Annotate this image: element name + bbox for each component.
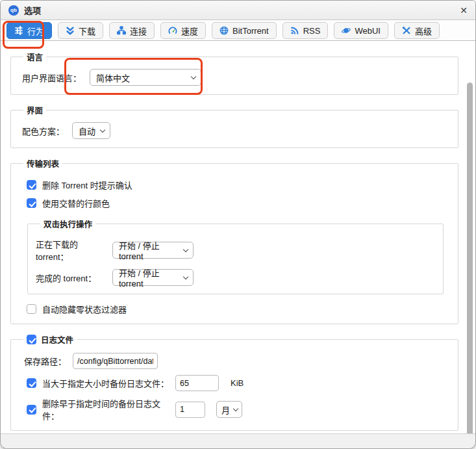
scrollbar-thumb[interactable] bbox=[467, 83, 473, 433]
tab-advanced[interactable]: 高级 bbox=[394, 22, 440, 39]
settings-content: 语言 用户界面语言： 简体中文 界面 配色方案： 自动 传输列表 bbox=[1, 41, 475, 433]
interface-legend: 界面 bbox=[23, 104, 46, 116]
delete-age-input[interactable] bbox=[175, 402, 205, 418]
dialog-title: 选项 bbox=[24, 4, 41, 16]
delete-log-checkbox[interactable] bbox=[27, 405, 36, 415]
backup-size-input[interactable] bbox=[175, 375, 219, 391]
tab-label: 速度 bbox=[181, 25, 198, 37]
chevron-down-icon bbox=[100, 127, 105, 132]
ui-language-select[interactable]: 简体中文 bbox=[90, 69, 201, 86]
double-click-legend: 双击执行操作 bbox=[40, 218, 95, 230]
advanced-tools-icon bbox=[402, 26, 411, 35]
tab-webui[interactable]: WebUI bbox=[334, 22, 388, 39]
transfer-list-legend: 传输列表 bbox=[23, 157, 62, 170]
language-section: 语言 用户界面语言： 简体中文 bbox=[10, 51, 458, 95]
tab-downloads[interactable]: 下载 bbox=[58, 22, 103, 39]
completed-torrent-row: 完成的 torrent： 开始 / 停止 torrent bbox=[36, 269, 435, 286]
log-file-section: 日志文件 保存路径： 当大于指定大小时备份日志文件： KiB 删除早于指定时间的… bbox=[10, 333, 458, 431]
sliders-icon bbox=[14, 26, 23, 35]
alt-row-colors-label: 使用交替的行颜色 bbox=[42, 197, 110, 209]
chevron-down-icon bbox=[191, 73, 196, 79]
interface-section: 界面 配色方案： 自动 bbox=[10, 104, 458, 148]
delete-age-unit-select[interactable]: 月 bbox=[216, 401, 242, 418]
backup-log-label: 当大于指定大小时备份日志文件： bbox=[42, 377, 169, 389]
completed-torrent-label: 完成的 torrent： bbox=[36, 272, 112, 284]
tab-connection[interactable]: 连接 bbox=[109, 22, 155, 39]
confirm-delete-row: 删除 Torrent 时提示确认 bbox=[27, 179, 450, 191]
tab-behavior[interactable]: 行为 bbox=[6, 22, 52, 39]
tab-label: RSS bbox=[303, 26, 321, 36]
downloading-torrent-value: 开始 / 停止 torrent bbox=[119, 239, 180, 261]
chevron-down-icon bbox=[233, 405, 238, 411]
delete-log-row: 删除早于指定时间的备份日志文件： 月 bbox=[27, 397, 450, 422]
hide-zero-filters-row: 自动隐藏零状态过滤器 bbox=[27, 303, 450, 315]
alt-row-colors-row: 使用交替的行颜色 bbox=[27, 197, 450, 209]
dialog-footer bbox=[1, 433, 475, 448]
rss-icon bbox=[290, 26, 299, 35]
color-scheme-select[interactable]: 自动 bbox=[72, 122, 110, 139]
options-dialog: qb 选项 ✕ 行为 下载 bbox=[0, 0, 476, 449]
tab-bittorrent[interactable]: BitTorrent bbox=[212, 22, 277, 39]
download-icon bbox=[66, 26, 75, 35]
tab-label: WebUI bbox=[355, 26, 381, 36]
completed-torrent-select[interactable]: 开始 / 停止 torrent bbox=[112, 269, 194, 286]
backup-size-unit: KiB bbox=[231, 378, 244, 388]
downloading-torrent-select[interactable]: 开始 / 停止 torrent bbox=[112, 242, 194, 259]
tab-label: 高级 bbox=[415, 25, 432, 37]
tab-label: 下载 bbox=[79, 25, 95, 37]
vertical-scrollbar[interactable] bbox=[466, 83, 473, 417]
color-scheme-value: 自动 bbox=[79, 125, 95, 137]
alt-row-colors-checkbox[interactable] bbox=[27, 198, 36, 208]
hide-zero-filters-checkbox[interactable] bbox=[27, 304, 36, 314]
ui-language-label: 用户界面语言： bbox=[22, 71, 81, 84]
tab-rss[interactable]: RSS bbox=[282, 22, 329, 39]
chevron-down-icon bbox=[183, 274, 188, 279]
delete-log-label: 删除早于指定时间的备份日志文件： bbox=[42, 397, 169, 422]
delete-age-unit-value: 月 bbox=[221, 404, 230, 416]
save-path-label: 保存路径： bbox=[24, 355, 66, 367]
log-file-legend-label: 日志文件 bbox=[41, 333, 73, 346]
connection-icon bbox=[117, 26, 126, 35]
transfer-list-section: 传输列表 删除 Torrent 时提示确认 使用交替的行颜色 双击执行操作 正在… bbox=[10, 157, 458, 324]
tab-label: 连接 bbox=[130, 25, 147, 37]
speed-icon bbox=[168, 26, 177, 35]
ui-language-value: 简体中文 bbox=[96, 71, 184, 84]
title-bar: qb 选项 ✕ bbox=[1, 1, 475, 20]
completed-torrent-value: 开始 / 停止 torrent bbox=[119, 266, 180, 289]
webui-planet-icon bbox=[342, 26, 351, 35]
downloading-torrent-row: 正在下载的 torrent： 开始 / 停止 torrent bbox=[36, 238, 435, 263]
hide-zero-filters-label: 自动隐藏零状态过滤器 bbox=[42, 303, 127, 315]
save-path-row: 保存路径： bbox=[24, 353, 450, 369]
chevron-down-icon bbox=[183, 246, 188, 251]
log-file-legend: 日志文件 bbox=[23, 333, 77, 346]
bittorrent-globe-icon bbox=[219, 26, 229, 35]
log-file-checkbox[interactable] bbox=[27, 335, 36, 344]
confirm-delete-label: 删除 Torrent 时提示确认 bbox=[42, 179, 132, 191]
tab-label: 行为 bbox=[27, 25, 44, 37]
save-path-input[interactable] bbox=[73, 353, 158, 369]
downloading-torrent-label: 正在下载的 torrent： bbox=[36, 238, 112, 263]
backup-log-row: 当大于指定大小时备份日志文件： KiB bbox=[27, 375, 450, 391]
color-scheme-label: 配色方案： bbox=[22, 125, 64, 137]
tab-speed[interactable]: 速度 bbox=[160, 22, 206, 39]
options-tab-bar: 行为 下载 连接 bbox=[1, 20, 475, 41]
close-icon[interactable]: ✕ bbox=[460, 6, 468, 15]
backup-log-checkbox[interactable] bbox=[27, 378, 36, 388]
qbittorrent-logo-icon: qb bbox=[8, 5, 19, 16]
tab-label: BitTorrent bbox=[232, 26, 269, 36]
confirm-delete-checkbox[interactable] bbox=[27, 180, 36, 190]
double-click-section: 双击执行操作 正在下载的 torrent： 开始 / 停止 torrent 完成… bbox=[27, 218, 444, 294]
language-legend: 语言 bbox=[23, 51, 46, 63]
